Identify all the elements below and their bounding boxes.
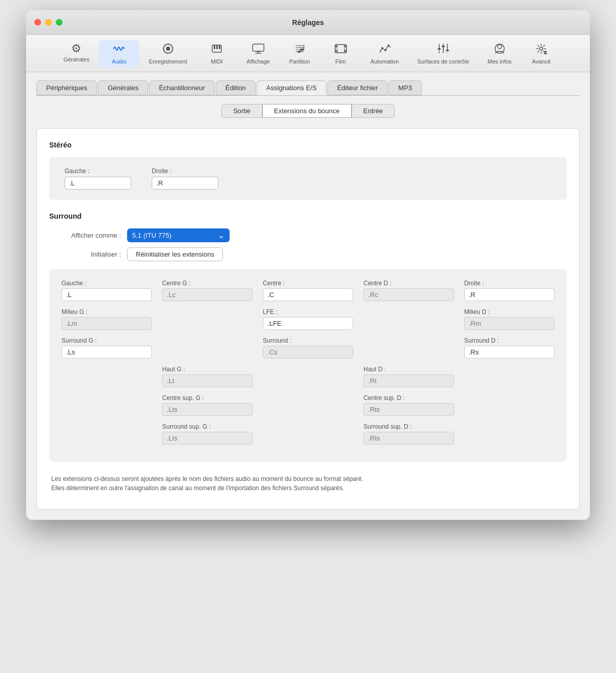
surround-milieuD-label: Milieu D : <box>464 308 555 316</box>
surround-surroundG-label: Surround G : <box>61 337 152 344</box>
svg-rect-5 <box>219 45 220 49</box>
surround-hautD-input[interactable] <box>363 374 454 387</box>
surround-hautD-group: Haut D : <box>363 366 454 387</box>
svg-rect-19 <box>344 46 346 47</box>
surround-centre-label: Centre : <box>263 280 353 287</box>
toolbar-label-midi: MIDI <box>211 58 222 65</box>
tab-echantillonneur[interactable]: Échantillonneur <box>149 80 215 95</box>
tab-assignations[interactable]: Assignations E/S <box>257 80 326 95</box>
svg-rect-4 <box>216 45 218 49</box>
initialiser-row: Initialiser : Réinitialiser les extensio… <box>49 247 567 261</box>
surround-milieuG-input[interactable] <box>61 317 152 330</box>
surround-centre-group: Centre : <box>263 280 353 301</box>
close-button[interactable] <box>34 19 41 26</box>
subtab-entree[interactable]: Entrée <box>352 104 395 118</box>
toolbar-label-avance: Avancé <box>532 58 551 65</box>
surround-surroundD-input[interactable] <box>464 346 555 359</box>
subtab-extensions[interactable]: Extensions du bounce <box>262 104 352 118</box>
surround-centsupG-group: Centre sup. G : <box>162 394 252 416</box>
stereo-fields: Gauche : Droite : <box>49 157 567 200</box>
svg-point-35 <box>498 45 502 49</box>
tab-editeur[interactable]: Éditeur fichier <box>327 80 387 95</box>
svg-point-1 <box>166 47 170 51</box>
surround-row-2: Milieu G : LFE : Milieu D : <box>61 308 555 330</box>
toolbar-film[interactable]: Film <box>320 40 361 68</box>
surround-surroundsupD-input[interactable] <box>363 432 454 445</box>
toolbar-label-generales: Générales <box>64 56 90 62</box>
surround-centred-group: Centre D : <box>363 280 454 301</box>
surround-centre-input[interactable] <box>263 288 353 301</box>
surround-milieuG-group: Milieu G : <box>61 308 152 330</box>
surround-hautG-group: Haut G : <box>162 366 252 387</box>
toolbar-label-mesinfos: Mes infos <box>487 58 511 65</box>
afficher-select[interactable]: 5.1 (ITU 775) ⌄ <box>127 228 230 242</box>
svg-rect-3 <box>214 45 215 49</box>
window-controls <box>34 19 63 26</box>
toolbar-automation[interactable]: Automation <box>361 40 408 68</box>
svg-point-12 <box>297 50 301 53</box>
surround-surroundD-label: Surround D : <box>464 337 555 344</box>
audio-icon <box>113 43 125 56</box>
surround-centsupD-input[interactable] <box>363 403 454 416</box>
surround-droite-input[interactable] <box>464 288 555 301</box>
surround-surroundsupG-input[interactable] <box>162 432 252 445</box>
svg-rect-17 <box>335 46 337 47</box>
titlebar: Réglages <box>26 10 590 35</box>
tab-generales[interactable]: Générales <box>98 80 148 95</box>
tab-edition[interactable]: Édition <box>216 80 256 95</box>
toolbar-enregistrement[interactable]: Enregistrement <box>139 40 196 68</box>
toolbar-avance[interactable]: Avancé <box>521 40 562 68</box>
surround-lfe-input[interactable] <box>263 317 353 330</box>
toolbar-label-audio: Audio <box>112 58 126 65</box>
surround-hautG-input[interactable] <box>162 374 252 387</box>
toolbar-affichage[interactable]: Affichage <box>237 40 279 68</box>
stereo-left-input[interactable] <box>65 177 131 190</box>
tab-peripheriques[interactable]: Périphériques <box>36 80 97 95</box>
footer-note: Les extensions ci-dessus seront ajoutées… <box>49 470 567 497</box>
surround-centsupG-label: Centre sup. G : <box>162 394 252 402</box>
surround-surroundG-input[interactable] <box>61 346 152 359</box>
surround-surroundD-group: Surround D : <box>464 337 555 359</box>
afficher-value: 5.1 (ITU 775) <box>132 232 172 239</box>
toolbar-partition[interactable]: Partition <box>279 40 320 68</box>
svg-point-14 <box>300 48 304 51</box>
svg-point-24 <box>384 49 386 51</box>
stereo-section-title: Stéréo <box>49 141 567 149</box>
toolbar-audio[interactable]: Audio <box>98 40 139 68</box>
surround-centred-input[interactable] <box>363 288 454 301</box>
toolbar-midi[interactable]: MIDI <box>196 40 237 68</box>
surround-row-3: Surround G : Surround : Surround D : <box>61 337 555 359</box>
maximize-button[interactable] <box>56 19 63 26</box>
main-window: Réglages ⚙ Générales Audio Enregistremen… <box>26 10 590 520</box>
surround-milieuD-group: Milieu D : <box>464 308 555 330</box>
surround-surround-input[interactable] <box>263 346 353 359</box>
surround-surround-group: Surround : <box>263 337 353 359</box>
surround-grid: Gauche : Centre G : Centre : Centre D : <box>49 269 567 462</box>
surround-gauche-input[interactable] <box>61 288 152 301</box>
tab-mp3[interactable]: MP3 <box>388 80 422 95</box>
surround-surroundsupG-label: Surround sup. G : <box>162 423 252 430</box>
surround-centreg-group: Centre G : <box>162 280 252 301</box>
toolbar-surfaces[interactable]: Surfaces de contrôle <box>408 40 478 68</box>
surround-hautD-label: Haut D : <box>363 366 454 373</box>
surround-settings: Afficher comme : 5.1 (ITU 775) ⌄ Initial… <box>49 228 567 261</box>
toolbar-label-surfaces: Surfaces de contrôle <box>417 58 469 65</box>
surround-milieuD-input[interactable] <box>464 317 555 330</box>
minimize-button[interactable] <box>45 19 52 26</box>
toolbar-generales[interactable]: ⚙ Générales <box>54 40 99 68</box>
stereo-left-group: Gauche : <box>65 167 131 190</box>
toolbar-label-automation: Automation <box>371 58 399 65</box>
surround-centsupD-label: Centre sup. D : <box>363 394 454 402</box>
stereo-right-input[interactable] <box>152 177 218 190</box>
svg-rect-6 <box>253 44 264 51</box>
surround-surroundsupD-group: Surround sup. D : <box>363 423 454 445</box>
surround-centsupG-input[interactable] <box>162 403 252 416</box>
surround-centreg-input[interactable] <box>162 288 252 301</box>
reset-button[interactable]: Réinitialiser les extensions <box>127 247 223 261</box>
surround-row-4: Haut G : Haut D : <box>61 366 555 387</box>
window-title: Réglages <box>292 18 324 27</box>
surround-droite-group: Droite : <box>464 280 555 301</box>
subtab-sortie[interactable]: Sortie <box>221 104 262 118</box>
toolbar-mesinfos[interactable]: Mes infos <box>478 40 521 68</box>
surround-droite-label: Droite : <box>464 280 555 287</box>
